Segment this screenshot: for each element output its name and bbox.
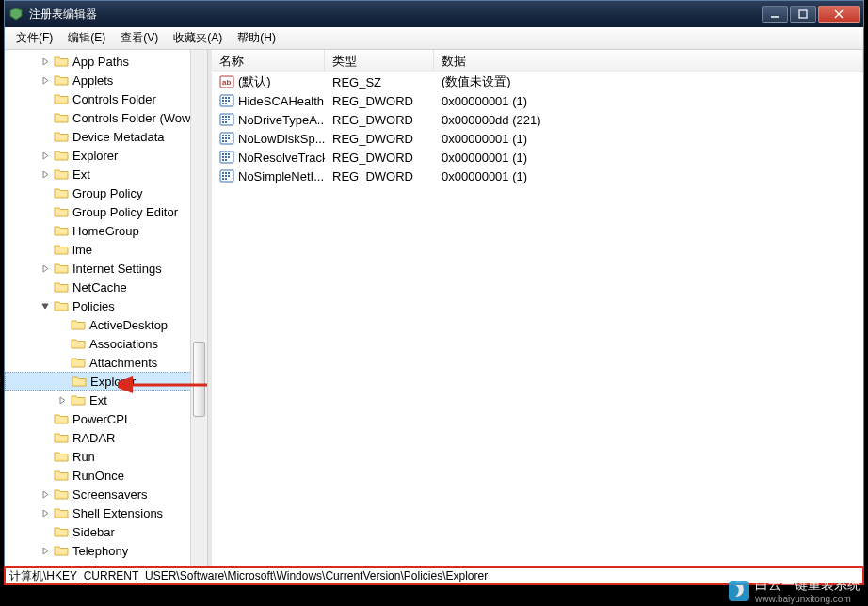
expander-icon[interactable]: [39, 506, 52, 519]
tree-item-sidebar[interactable]: Sidebar: [5, 522, 207, 541]
folder-icon: [54, 243, 69, 256]
value-row[interactable]: HideSCAHealthREG_DWORD0x00000001 (1): [212, 91, 863, 110]
column-header-name[interactable]: 名称: [212, 50, 325, 72]
value-name: HideSCAHealth: [238, 94, 324, 108]
expander-icon[interactable]: [39, 149, 52, 162]
value-name: NoSimpleNetI...: [238, 169, 324, 183]
expander-icon[interactable]: [39, 450, 52, 463]
expander-icon[interactable]: [39, 487, 52, 501]
value-row[interactable]: NoSimpleNetI...REG_DWORD0x00000001 (1): [212, 167, 863, 185]
expander-icon[interactable]: [39, 224, 52, 237]
current-key-path: 计算机\HKEY_CURRENT_USER\Software\Microsoft…: [9, 568, 488, 584]
value-type-cell: REG_DWORD: [325, 113, 434, 127]
expander-icon[interactable]: [56, 318, 69, 331]
tree-item-label: Policies: [72, 299, 115, 313]
value-row[interactable]: NoLowDiskSp...REG_DWORD0x00000001 (1): [212, 129, 863, 148]
tree-item-attachments[interactable]: Attachments: [5, 353, 207, 372]
close-button[interactable]: [818, 6, 860, 23]
list-header: 名称 类型 数据: [212, 50, 863, 72]
tree-item-device-metadata[interactable]: Device Metadata: [5, 127, 207, 146]
expander-icon[interactable]: [56, 393, 69, 407]
menu-edit[interactable]: 编辑(E): [60, 27, 113, 49]
value-row[interactable]: NoDriveTypeA...REG_DWORD0x000000dd (221): [212, 110, 863, 129]
menu-help[interactable]: 帮助(H): [230, 27, 283, 49]
registry-tree[interactable]: App PathsAppletsControls FolderControls …: [5, 50, 207, 562]
tree-item-activedesktop[interactable]: ActiveDesktop: [5, 315, 207, 334]
tree-item-ime[interactable]: ime: [5, 240, 207, 259]
tree-item-telephony[interactable]: Telephony: [5, 541, 207, 560]
tree-item-app-paths[interactable]: App Paths: [5, 52, 207, 71]
menubar: 文件(F) 编辑(E) 查看(V) 收藏夹(A) 帮助(H): [5, 27, 863, 50]
menu-view[interactable]: 查看(V): [113, 27, 166, 49]
maximize-button[interactable]: [790, 6, 816, 23]
tree-item-shell-extensions[interactable]: Shell Extensions: [5, 503, 207, 522]
expander-icon[interactable]: [39, 130, 52, 143]
values-list[interactable]: (默认)REG_SZ(数值未设置)HideSCAHealthREG_DWORD0…: [212, 72, 863, 584]
expander-icon[interactable]: [56, 375, 70, 388]
tree-item-explorer[interactable]: Explorer: [5, 146, 207, 165]
tree-item-applets[interactable]: Applets: [5, 71, 207, 89]
tree-item-label: App Paths: [72, 55, 129, 69]
folder-icon: [54, 186, 69, 199]
tree-item-label: Controls Folder (Wow64): [72, 111, 207, 125]
expander-icon[interactable]: [56, 356, 69, 369]
expander-icon[interactable]: [39, 412, 52, 425]
folder-icon: [54, 130, 69, 143]
window-title: 注册表编辑器: [29, 7, 762, 23]
tree-item-screensavers[interactable]: Screensavers: [5, 485, 207, 503]
expander-icon[interactable]: [39, 544, 52, 557]
tree-item-radar[interactable]: RADAR: [5, 428, 207, 447]
tree-item-label: Group Policy Editor: [72, 205, 178, 219]
tree-item-explorer[interactable]: Explorer: [5, 372, 207, 391]
tree-item-internet-settings[interactable]: Internet Settings: [5, 259, 207, 278]
tree-item-controls-folder[interactable]: Controls Folder: [5, 89, 207, 108]
expander-icon[interactable]: [39, 469, 52, 482]
expander-icon[interactable]: [39, 205, 52, 218]
expander-icon[interactable]: [39, 186, 52, 199]
dword-value-icon: [219, 112, 234, 127]
expander-icon[interactable]: [39, 92, 52, 105]
expander-icon[interactable]: [39, 243, 52, 256]
expander-icon[interactable]: [39, 431, 52, 444]
tree-item-homegroup[interactable]: HomeGroup: [5, 221, 207, 240]
expander-icon[interactable]: [39, 299, 52, 312]
tree-item-runonce[interactable]: RunOnce: [5, 466, 207, 485]
tree-item-label: Group Policy: [72, 186, 142, 200]
expander-icon[interactable]: [39, 55, 52, 68]
dword-value-icon: [219, 168, 234, 183]
window-controls: [762, 6, 860, 23]
expander-icon[interactable]: [39, 73, 52, 87]
regedit-icon: [8, 7, 24, 22]
tree-item-ext[interactable]: Ext: [5, 165, 207, 183]
expander-icon[interactable]: [39, 280, 52, 294]
scrollbar-thumb[interactable]: [193, 342, 205, 417]
tree-item-label: NetCache: [72, 280, 127, 295]
titlebar[interactable]: 注册表编辑器: [5, 1, 863, 27]
value-row[interactable]: NoResolveTrackREG_DWORD0x00000001 (1): [212, 148, 863, 167]
column-header-type[interactable]: 类型: [325, 50, 434, 72]
tree-item-run[interactable]: Run: [5, 447, 207, 466]
tree-item-associations[interactable]: Associations: [5, 334, 207, 353]
menu-file[interactable]: 文件(F): [8, 27, 60, 49]
tree-item-group-policy[interactable]: Group Policy: [5, 183, 207, 202]
expander-icon[interactable]: [39, 262, 52, 275]
column-header-data[interactable]: 数据: [434, 50, 863, 72]
tree-item-ext[interactable]: Ext: [5, 391, 207, 409]
minimize-button[interactable]: [762, 6, 788, 23]
tree-item-netcache[interactable]: NetCache: [5, 278, 207, 296]
tree-item-label: Applets: [72, 73, 113, 88]
tree-item-label: Shell Extensions: [72, 506, 163, 520]
menu-favorites[interactable]: 收藏夹(A): [166, 27, 230, 49]
tree-item-label: Run: [72, 450, 95, 464]
expander-icon[interactable]: [39, 525, 52, 538]
tree-item-powercpl[interactable]: PowerCPL: [5, 409, 207, 428]
tree-item-group-policy-editor[interactable]: Group Policy Editor: [5, 202, 207, 221]
expander-icon[interactable]: [56, 337, 69, 350]
folder-icon: [54, 506, 69, 519]
expander-icon[interactable]: [39, 167, 52, 181]
tree-item-policies[interactable]: Policies: [5, 296, 207, 315]
tree-vertical-scrollbar[interactable]: [190, 50, 207, 567]
tree-item-controls-folder-wow64-[interactable]: Controls Folder (Wow64): [5, 108, 207, 127]
value-row[interactable]: (默认)REG_SZ(数值未设置): [212, 72, 863, 91]
expander-icon[interactable]: [39, 111, 52, 124]
